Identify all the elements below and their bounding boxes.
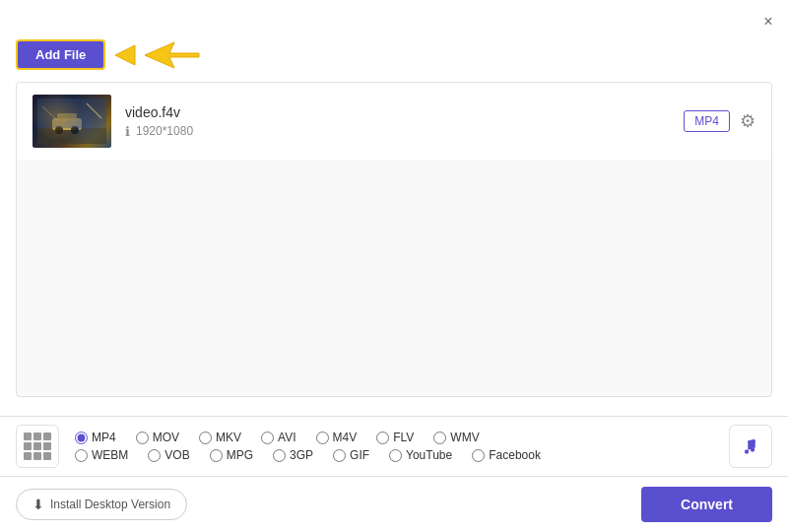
svg-marker-0 [145,42,199,68]
info-icon: ℹ [125,124,130,139]
bottom-panel: MP4 MOV MKV AVI M4V [0,416,788,532]
label-mpg: MPG [227,448,253,462]
format-option-m4v[interactable]: M4V [316,431,358,444]
label-avi: AVI [278,431,296,444]
add-file-button[interactable]: Add File [16,39,105,70]
label-mov: MOV [153,431,179,444]
radio-mp4[interactable] [75,432,88,444]
close-button[interactable]: × [760,14,776,30]
format-option-webm[interactable]: WEBM [75,448,128,462]
radio-mov[interactable] [136,432,149,444]
format-option-wmv[interactable]: WMV [433,431,479,444]
radio-flv[interactable] [376,432,389,444]
format-options: MP4 MOV MKV AVI M4V [75,431,713,462]
format-option-mov[interactable]: MOV [136,431,179,444]
arrow-icon [115,40,204,70]
label-youtube: YouTube [406,448,452,462]
radio-facebook[interactable] [472,449,485,462]
format-option-mkv[interactable]: MKV [199,431,241,444]
format-option-flv[interactable]: FLV [376,431,414,444]
thumbnail-overlay [33,95,111,148]
format-option-avi[interactable]: AVI [261,431,296,444]
svg-marker-1 [115,45,135,65]
radio-wmv[interactable] [433,432,446,444]
label-webm: WEBM [92,448,128,462]
format-option-vob[interactable]: VOB [148,448,189,462]
music-note-icon [740,435,761,457]
format-badge-button[interactable]: MP4 [684,110,730,132]
format-option-gif[interactable]: GIF [333,448,369,462]
video-format-tab[interactable] [16,425,59,468]
header-area: Add File [0,39,788,82]
label-m4v: M4V [333,431,358,444]
download-icon: ⬇ [33,497,44,512]
svg-point-14 [751,448,755,452]
radio-youtube[interactable] [389,449,402,462]
label-vob: VOB [164,448,189,462]
format-option-3gp[interactable]: 3GP [273,448,313,462]
convert-button[interactable]: Convert [641,487,772,522]
format-option-mpg[interactable]: MPG [210,448,253,462]
radio-webm[interactable] [75,449,88,462]
file-meta: ℹ 1920*1080 [125,124,670,139]
label-gif: GIF [350,448,369,462]
format-option-mp4[interactable]: MP4 [75,431,116,444]
format-row-2: WEBM VOB MPG 3GP GIF [75,448,713,462]
thumbnail-inner [33,95,111,148]
action-bar: ⬇ Install Desktop Version Convert [0,477,788,532]
label-flv: FLV [393,431,414,444]
file-info: video.f4v ℹ 1920*1080 [125,104,670,139]
format-option-youtube[interactable]: YouTube [389,448,452,462]
radio-3gp[interactable] [273,449,286,462]
svg-rect-15 [748,441,755,443]
file-item: video.f4v ℹ 1920*1080 MP4 ⚙ [17,83,771,160]
svg-point-13 [745,450,749,454]
grid-icon [24,432,51,460]
radio-avi[interactable] [261,432,274,444]
format-option-facebook[interactable]: Facebook [472,448,541,462]
radio-m4v[interactable] [316,432,329,444]
file-name: video.f4v [125,104,670,120]
radio-mkv[interactable] [199,432,212,444]
format-selector: MP4 MOV MKV AVI M4V [0,417,788,477]
radio-vob[interactable] [148,449,161,462]
file-thumbnail [33,95,111,148]
settings-icon[interactable]: ⚙ [740,110,755,132]
label-wmv: WMV [450,431,479,444]
install-desktop-button[interactable]: ⬇ Install Desktop Version [16,489,187,520]
title-bar: × [0,0,788,39]
arrow-annotation [115,40,204,70]
label-mkv: MKV [216,431,241,444]
file-actions: MP4 ⚙ [684,110,755,132]
audio-format-tab[interactable] [729,425,772,468]
install-label: Install Desktop Version [50,498,170,511]
file-list-area: video.f4v ℹ 1920*1080 MP4 ⚙ [16,82,772,397]
radio-gif[interactable] [333,449,346,462]
format-row-1: MP4 MOV MKV AVI M4V [75,431,713,444]
file-resolution: 1920*1080 [136,124,193,138]
label-facebook: Facebook [489,448,541,462]
radio-mpg[interactable] [210,449,223,462]
label-mp4: MP4 [92,431,116,444]
label-3gp: 3GP [290,448,313,462]
